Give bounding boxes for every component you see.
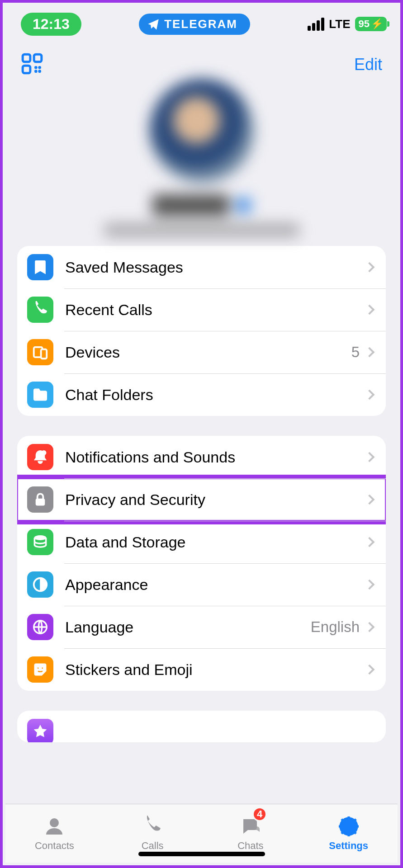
- row-label: Appearance: [65, 576, 366, 594]
- row-value: 5: [351, 344, 360, 361]
- chevron-right-icon: [365, 495, 375, 505]
- svg-rect-0: [23, 54, 30, 62]
- app-return-label: TELEGRAM: [164, 17, 237, 31]
- chevron-right-icon: [365, 390, 375, 400]
- svg-point-14: [37, 667, 39, 669]
- svg-rect-10: [36, 499, 45, 505]
- svg-rect-2: [23, 66, 30, 73]
- app-return-pill[interactable]: TELEGRAM: [139, 14, 250, 35]
- svg-point-3: [34, 66, 38, 69]
- contacts-icon: [43, 816, 65, 837]
- tab-contacts[interactable]: Contacts: [5, 804, 104, 863]
- row-label: Recent Calls: [65, 301, 366, 319]
- tab-label: Contacts: [35, 840, 74, 852]
- row-recent-calls[interactable]: Recent Calls: [17, 288, 386, 331]
- chevron-right-icon: [365, 262, 375, 273]
- status-bar: 12:13 TELEGRAM LTE 95⚡: [3, 8, 400, 40]
- premium-icon: [27, 719, 53, 742]
- row-label: Chat Folders: [65, 386, 366, 404]
- svg-point-15: [42, 667, 43, 669]
- contrast-icon: [27, 571, 53, 598]
- chevron-right-icon: [365, 537, 375, 547]
- chevron-right-icon: [365, 665, 375, 675]
- clock-pill: 12:13: [21, 13, 81, 36]
- chevron-right-icon: [365, 452, 375, 462]
- settings-group-1: Saved Messages Recent Calls Devices 5 Ch…: [17, 246, 386, 416]
- qr-code-icon: [21, 52, 43, 75]
- svg-rect-1: [34, 54, 42, 62]
- row-label: Stickers and Emoji: [65, 661, 366, 679]
- row-premium[interactable]: [17, 711, 386, 742]
- globe-icon: [27, 614, 53, 640]
- row-saved-messages[interactable]: Saved Messages: [17, 246, 386, 288]
- row-label: Devices: [65, 344, 351, 361]
- row-appearance[interactable]: Appearance: [17, 563, 386, 606]
- bookmark-icon: [27, 254, 53, 280]
- tab-label: Calls: [142, 840, 164, 852]
- profile-name: [152, 194, 229, 216]
- row-label: Data and Storage: [65, 533, 366, 551]
- chevron-right-icon: [365, 622, 375, 632]
- avatar: [150, 79, 254, 183]
- svg-rect-8: [41, 349, 47, 359]
- row-privacy-security[interactable]: Privacy and Security: [17, 478, 386, 521]
- svg-point-5: [34, 70, 38, 73]
- lock-icon: [27, 486, 53, 513]
- phone-icon: [142, 816, 163, 837]
- cellular-signal-icon: [308, 18, 324, 31]
- sticker-icon: [27, 656, 53, 683]
- tab-label: Settings: [329, 840, 368, 852]
- tab-label: Chats: [237, 840, 263, 852]
- settings-group-3-peek: [17, 711, 386, 742]
- row-value: English: [311, 618, 360, 636]
- battery-indicator: 95⚡: [355, 17, 387, 31]
- row-label: Saved Messages: [65, 259, 366, 276]
- svg-point-6: [38, 70, 41, 73]
- phone-icon: [27, 297, 53, 323]
- row-label: Language: [65, 618, 311, 636]
- gear-icon: [338, 816, 360, 837]
- tab-settings[interactable]: Settings: [299, 804, 398, 863]
- settings-group-2: Notifications and Sounds Privacy and Sec…: [17, 436, 386, 691]
- row-data-storage[interactable]: Data and Storage: [17, 521, 386, 563]
- profile-header[interactable]: [3, 79, 400, 246]
- bell-icon: [27, 444, 53, 470]
- unread-badge: 4: [252, 807, 267, 821]
- chevron-right-icon: [365, 580, 375, 590]
- folder-icon: [27, 382, 53, 408]
- row-label: Notifications and Sounds: [65, 448, 366, 466]
- row-chat-folders[interactable]: Chat Folders: [17, 373, 386, 416]
- row-label: Privacy and Security: [65, 491, 366, 509]
- edit-button[interactable]: Edit: [354, 55, 382, 74]
- row-language[interactable]: Language English: [17, 606, 386, 648]
- row-stickers-emoji[interactable]: Stickers and Emoji: [17, 648, 386, 691]
- svg-point-4: [38, 66, 41, 69]
- qr-code-button[interactable]: [21, 52, 43, 77]
- home-indicator[interactable]: [138, 852, 265, 856]
- network-type: LTE: [329, 17, 350, 31]
- devices-icon: [27, 339, 53, 365]
- svg-point-9: [42, 451, 46, 455]
- chevron-right-icon: [365, 305, 375, 315]
- profile-subtitle: [104, 223, 299, 237]
- row-notifications[interactable]: Notifications and Sounds: [17, 436, 386, 478]
- chevron-right-icon: [365, 347, 375, 358]
- svg-point-11: [34, 536, 46, 540]
- verified-badge-icon: [236, 198, 251, 213]
- svg-point-16: [50, 818, 59, 827]
- paper-plane-icon: [147, 18, 160, 30]
- bolt-icon: ⚡: [371, 18, 383, 30]
- row-devices[interactable]: Devices 5: [17, 331, 386, 373]
- database-icon: [27, 529, 53, 555]
